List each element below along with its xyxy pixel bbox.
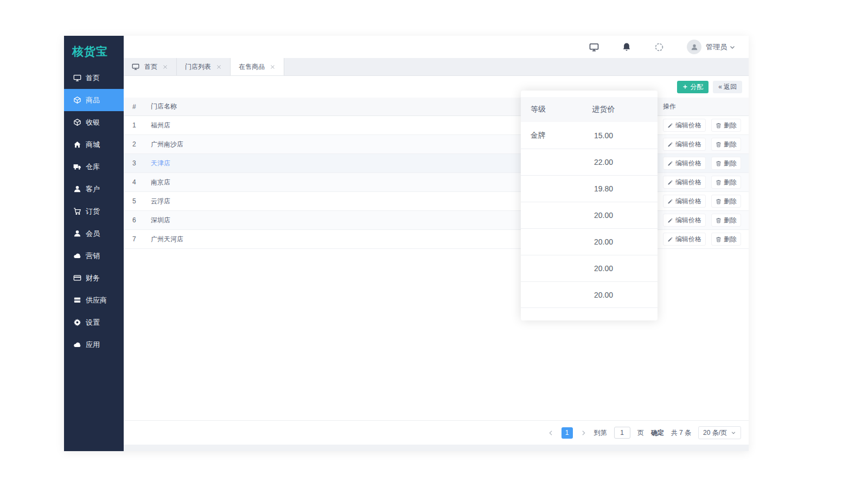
pencil-icon [667,198,673,204]
cart-icon [73,207,81,215]
sidebar-item-supplier[interactable]: 供应商 [64,289,124,311]
sidebar-item-order[interactable]: 订货 [64,200,124,222]
row-index: 2 [132,140,151,148]
edit-price-button[interactable]: 编辑价格 [663,157,706,170]
tab-label: 门店列表 [185,62,211,72]
row-actions: 编辑价格删除 [663,233,749,246]
sidebar-item-member[interactable]: 会员 [64,222,124,245]
sidebar-item-label: 财务 [86,273,100,283]
server-icon [73,296,81,304]
pencil-icon [667,142,673,147]
delete-label: 删除 [724,159,737,168]
delete-button[interactable]: 删除 [711,138,741,151]
edit-price-button[interactable]: 编辑价格 [663,119,706,132]
edit-price-button[interactable]: 编辑价格 [663,176,706,189]
column-header-level: 等级 [521,105,570,114]
tab-label: 首页 [144,62,157,72]
cloud-icon [73,341,81,349]
sidebar-item-label: 设置 [86,318,100,328]
sidebar-item-apps[interactable]: 应用 [64,333,124,356]
delete-button[interactable]: 删除 [711,176,741,189]
edit-price-button[interactable]: 编辑价格 [663,214,706,227]
per-page-value: 20 条/页 [703,428,727,438]
delete-button[interactable]: 删除 [711,233,741,246]
card-icon [73,274,81,282]
row-actions: 编辑价格删除 [663,138,749,151]
edit-price-button[interactable]: 编辑价格 [663,233,706,246]
row-index: 6 [132,216,151,224]
back-arrows-glyph: « [718,83,722,91]
sidebar-item-home[interactable]: 首页 [64,67,124,89]
tab-on-sale-goods[interactable]: 在售商品 [231,58,284,75]
monitor-icon[interactable] [589,42,599,52]
cloud-icon [73,252,81,260]
edit-price-label: 编辑价格 [675,121,701,130]
confirm-button[interactable]: 确定 [651,428,664,438]
sidebar-item-label: 订货 [86,207,100,216]
delete-label: 删除 [724,235,737,244]
monitor-icon [132,63,139,70]
sidebar-item-customer[interactable]: 客户 [64,178,124,200]
row-actions: 编辑价格删除 [663,119,749,132]
per-page-select[interactable]: 20 条/页 [698,426,741,439]
row-actions: 编辑价格删除 [663,214,749,227]
tab-store-list[interactable]: 门店列表 [177,58,231,75]
prev-page-button[interactable] [547,429,554,436]
avatar[interactable] [687,40,701,54]
sidebar-item-warehouse[interactable]: 仓库 [64,156,124,178]
bell-icon[interactable] [622,42,631,52]
edit-price-label: 编辑价格 [675,235,701,244]
user-icon [73,185,81,193]
purchase-price-value: 20.00 [570,211,637,220]
goto-page-input[interactable] [614,427,630,439]
sidebar-item-label: 商品 [86,95,100,105]
delete-button[interactable]: 删除 [711,157,741,170]
close-icon [216,64,222,70]
price-level-row: 金牌15.00 [521,122,658,149]
sidebar-item-label: 收银 [86,118,100,127]
delete-label: 删除 [724,140,737,149]
tab-home[interactable]: 首页 [124,58,177,75]
assign-button[interactable]: 分配 [677,81,709,93]
sidebar-item-cashier[interactable]: 收银 [64,111,124,133]
spinner-icon[interactable] [654,42,664,52]
delete-button[interactable]: 删除 [711,195,741,208]
pencil-icon [667,236,673,242]
edit-price-button[interactable]: 编辑价格 [663,138,706,151]
user-icon [73,229,81,237]
sidebar-item-goods[interactable]: 商品 [64,89,124,111]
delete-label: 删除 [724,216,737,225]
chevron-down-icon[interactable] [729,44,736,50]
next-page-button[interactable] [580,429,587,436]
price-panel-body: 金牌15.0022.0019.8020.0020.0020.0020.00 [521,122,658,308]
delete-label: 删除 [724,121,737,130]
edit-price-label: 编辑价格 [675,140,701,149]
user-menu[interactable]: 管理员 [706,42,727,52]
pencil-icon [667,160,673,166]
trash-icon [716,236,722,242]
sidebar-item-mall[interactable]: 商城 [64,133,124,156]
row-actions: 编辑价格删除 [663,195,749,208]
row-actions: 编辑价格删除 [663,176,749,189]
sidebar-item-label: 应用 [86,340,100,350]
sidebar-item-marketing[interactable]: 营销 [64,245,124,267]
page-unit-label: 页 [637,428,644,438]
delete-label: 删除 [724,178,737,187]
home-icon [73,140,81,149]
sidebar-item-finance[interactable]: 财务 [64,267,124,289]
assign-button-label: 分配 [690,82,703,92]
sidebar-item-settings[interactable]: 设置 [64,311,124,333]
app-logo: 核货宝 [64,36,124,67]
page-1-button[interactable]: 1 [561,427,573,439]
column-header-actions: 操作 [663,102,749,111]
edit-price-button[interactable]: 编辑价格 [663,195,706,208]
plus-icon [682,84,688,89]
edit-price-label: 编辑价格 [675,216,701,225]
back-button[interactable]: « 返回 [713,81,742,93]
delete-label: 删除 [724,197,737,206]
price-level-row: 20.00 [521,202,658,228]
level-value: 金牌 [521,131,570,140]
close-icon [162,64,168,70]
delete-button[interactable]: 删除 [711,119,741,132]
delete-button[interactable]: 删除 [711,214,741,227]
